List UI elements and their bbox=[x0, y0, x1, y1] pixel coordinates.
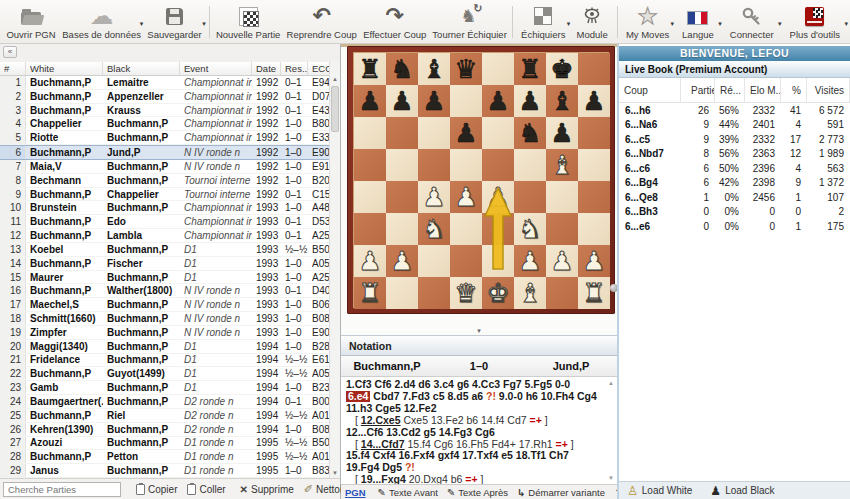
square-d6[interactable]: ♟ bbox=[450, 117, 482, 149]
scrollbar-thumb[interactable] bbox=[331, 86, 339, 132]
game-row[interactable]: 18Schmitt(1660)Buchmann,PN IV ronde n199… bbox=[0, 312, 330, 326]
game-row[interactable]: 25Buchmann,PRielD2 ronde n1994½–½A01 bbox=[0, 409, 330, 423]
livebook-row[interactable]: 6...e600%01175 bbox=[619, 219, 850, 234]
livebook-row[interactable]: 6...Bg4642%239891 372 bbox=[619, 176, 850, 191]
square-g2[interactable]: ♟ bbox=[546, 245, 578, 277]
column-header-eco[interactable]: ECO bbox=[308, 62, 330, 75]
paste-button[interactable]: Coller bbox=[182, 484, 230, 495]
flip-board-button[interactable]: ♞↻ Tourner Échiquier bbox=[430, 1, 510, 43]
square-a2[interactable]: ♟ bbox=[354, 245, 386, 277]
pane-resize-handle[interactable] bbox=[610, 284, 617, 292]
game-row[interactable]: 5RiotteBuchmann,PChampionnat inter...199… bbox=[0, 131, 330, 145]
load-white-button[interactable]: ♙ Load White bbox=[627, 485, 692, 497]
square-b7[interactable]: ♟ bbox=[386, 85, 418, 117]
move-text[interactable]: ] bbox=[542, 415, 548, 426]
livebook-row[interactable]: 6...c6650%23964563 bbox=[619, 161, 850, 176]
livebook-row[interactable]: 6...c5939%2332172 773 bbox=[619, 132, 850, 147]
chess-board[interactable]: ♜♞♝♛♜♚♟♟♟♟♟♝♟♟♞♟♝♟♟♟♞♞♟♟♟♟♟♜♛♚♝♜ bbox=[354, 53, 610, 309]
square-d4[interactable]: ♟ bbox=[450, 181, 482, 213]
engine-button[interactable]: Module bbox=[570, 1, 614, 43]
my-moves-button[interactable]: ★ My Moves ▾ bbox=[621, 1, 674, 43]
game-row[interactable]: 10BrunsteinBuchmann,PChampionnat inter..… bbox=[0, 201, 330, 215]
square-b1[interactable] bbox=[386, 277, 418, 309]
square-a1[interactable]: ♜ bbox=[354, 277, 386, 309]
square-e5[interactable] bbox=[482, 149, 514, 181]
square-g1[interactable] bbox=[546, 277, 578, 309]
game-row[interactable]: 26Kehren(1390)Buchmann,PD2 ronde n19941–… bbox=[0, 423, 330, 437]
livebook-row[interactable]: 6...h62656%2332416 572 bbox=[619, 103, 850, 118]
move-text[interactable]: ?! bbox=[405, 462, 415, 473]
column-header-num[interactable]: # bbox=[0, 62, 26, 75]
dropdown-arrow-icon[interactable]: ▾ bbox=[845, 20, 849, 28]
square-c3[interactable]: ♞ bbox=[418, 213, 450, 245]
move-text[interactable]: 11.h3 Cge5 12.Fe2 bbox=[346, 403, 436, 414]
new-game-button[interactable]: Nouvelle Partie bbox=[213, 1, 284, 43]
move-text[interactable]: ?! bbox=[486, 391, 496, 402]
open-pgn-button[interactable]: Ouvrir PGN bbox=[2, 1, 60, 43]
square-f1[interactable]: ♝ bbox=[514, 277, 546, 309]
square-h6[interactable] bbox=[578, 117, 610, 149]
move-text[interactable]: 20.Dxg4 b6 bbox=[406, 474, 466, 484]
square-h5[interactable] bbox=[578, 149, 610, 181]
square-g3[interactable] bbox=[546, 213, 578, 245]
collapse-panel-button[interactable]: « bbox=[3, 46, 17, 58]
column-header-move[interactable]: Coup bbox=[619, 78, 681, 102]
square-e3[interactable] bbox=[482, 213, 514, 245]
game-row[interactable]: 9Buchmann,PChappelierTournoi interne ro.… bbox=[0, 188, 330, 202]
more-tools-button[interactable]: Plus d'outils ▾ bbox=[782, 1, 848, 43]
column-header-result[interactable]: Res... bbox=[281, 62, 308, 75]
square-d2[interactable] bbox=[450, 245, 482, 277]
move-text[interactable]: 12...Cf6 13.Cd2 g5 14.Fg3 Cg6 bbox=[346, 427, 495, 438]
notation-scroll-down-icon[interactable]: ▼ bbox=[608, 475, 614, 481]
column-header-date[interactable]: Date bbox=[252, 62, 281, 75]
text-before-button[interactable]: ✎ Texte Avant bbox=[378, 487, 438, 498]
connect-button[interactable]: Connecter ▾ bbox=[722, 1, 782, 43]
column-header-result[interactable]: Ré... bbox=[715, 78, 745, 102]
livebook-row[interactable]: 6...Nbd7856%2363121 989 bbox=[619, 147, 850, 162]
game-row[interactable]: 2Buchmann,PAppenzellerChampionnat inter.… bbox=[0, 90, 330, 104]
square-a3[interactable] bbox=[354, 213, 386, 245]
game-row[interactable]: 3Buchmann,PKraussChampionnat inter...199… bbox=[0, 104, 330, 118]
square-b3[interactable] bbox=[386, 213, 418, 245]
livebook-row[interactable]: 6...Na6944%24014591 bbox=[619, 118, 850, 133]
square-d8[interactable]: ♛ bbox=[450, 53, 482, 85]
square-h7[interactable]: ♟ bbox=[578, 85, 610, 117]
takeback-move-button[interactable]: ↶ Reprendre Coup bbox=[284, 1, 360, 43]
column-header-games[interactable]: Parties▼ bbox=[681, 78, 715, 102]
move-text[interactable]: Cxe5 13.Fe2 b6 14.f4 Cd7 bbox=[401, 415, 530, 426]
square-c6[interactable] bbox=[418, 117, 450, 149]
game-row[interactable]: 22Buchmann,PGuyot(1499)D11994½–½A05 bbox=[0, 367, 330, 381]
square-a6[interactable] bbox=[354, 117, 386, 149]
square-f7[interactable]: ♟ bbox=[514, 85, 546, 117]
square-h2[interactable]: ♟ bbox=[578, 245, 610, 277]
game-row[interactable]: 7Maia,VBuchmann,PN IV ronde n19921–0E91 bbox=[0, 160, 330, 174]
column-header-white[interactable]: White bbox=[26, 62, 103, 75]
column-header-event[interactable]: Event bbox=[180, 62, 252, 75]
game-row[interactable]: 27AzouziBuchmann,PD1 ronde n1995½–½B50 bbox=[0, 437, 330, 451]
square-g8[interactable]: ♚ bbox=[546, 53, 578, 85]
language-button[interactable]: Langue ▾ bbox=[674, 1, 722, 43]
square-d3[interactable] bbox=[450, 213, 482, 245]
horizontal-splitter[interactable]: ▾ bbox=[341, 327, 617, 335]
game-row[interactable]: 16Buchmann,PWalther(1800)N IV ronde n199… bbox=[0, 284, 330, 298]
game-row[interactable]: 29JanusBuchmann,PD1 ronde n19951–0B83 bbox=[0, 464, 330, 478]
square-b2[interactable]: ♟ bbox=[386, 245, 418, 277]
databases-button[interactable]: ☁ Bases de données ▾ bbox=[60, 1, 143, 43]
move-text[interactable]: 15.f4 Cxf4 16.Fxf4 gxf4 17.Txf4 e5 18.Tf… bbox=[346, 450, 569, 461]
move-text[interactable]: =+ bbox=[465, 474, 477, 484]
square-c7[interactable]: ♟ bbox=[418, 85, 450, 117]
game-row[interactable]: 13KoebelBuchmann,PD11993½–½B50 bbox=[0, 243, 330, 257]
game-row[interactable]: 6Buchmann,PJund,PN IV ronde n19921–0E90 bbox=[0, 145, 330, 160]
square-c4[interactable]: ♟ bbox=[418, 181, 450, 213]
game-row[interactable]: 11Buchmann,PEdoChampionnat inter...19930… bbox=[0, 215, 330, 229]
square-f6[interactable]: ♞ bbox=[514, 117, 546, 149]
square-d1[interactable]: ♛ bbox=[450, 277, 482, 309]
game-row[interactable]: 4ChappelierBuchmann,PChampionnat inter..… bbox=[0, 117, 330, 131]
move-text[interactable]: 9.0-0 h6 10.Fh4 Cg4 bbox=[496, 391, 597, 402]
column-header-visits[interactable]: Visites bbox=[807, 78, 850, 102]
game-row[interactable]: 28Buchmann,PPettonD1 ronde n1995½–½A01 bbox=[0, 450, 330, 464]
move-text[interactable]: =+ bbox=[530, 415, 542, 426]
square-e2[interactable] bbox=[482, 245, 514, 277]
square-h1[interactable]: ♜ bbox=[578, 277, 610, 309]
column-header-elo[interactable]: Elo M... bbox=[745, 78, 781, 102]
